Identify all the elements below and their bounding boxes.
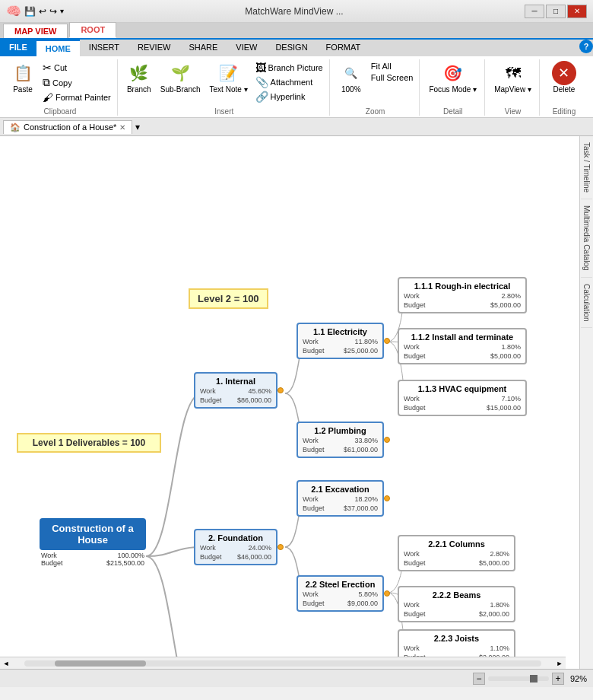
view-content: 🗺 MapView ▾ (491, 59, 534, 106)
zoom-100-button[interactable]: 🔍 100% (336, 59, 366, 95)
node-steel-erection[interactable]: 2.2 Steel Erection Work 5.80% Budget $9,… (296, 575, 384, 612)
tab-design[interactable]: DESIGN (266, 40, 316, 56)
node-hvac[interactable]: 1.1.3 HVAC equipment Work 7.10% Budget $… (398, 380, 527, 416)
minimize-button[interactable]: ─ (525, 5, 544, 18)
columns-work: 2.80% (490, 550, 509, 558)
level2-label: Level 2 = 100 (189, 288, 268, 309)
tab-share[interactable]: SHARE (179, 40, 227, 56)
tab-dropdown-arrow[interactable]: ▾ (135, 122, 140, 132)
clipboard-label: Clipboard (43, 107, 76, 116)
install-terminate-budget: $5,000.00 (490, 352, 521, 360)
branch-picture-button[interactable]: 🖼 Branch Picture (254, 61, 325, 75)
install-terminate-data: Work 1.80% (404, 343, 521, 351)
copy-icon: ⧉ (43, 76, 50, 89)
delete-button[interactable]: ✕ Delete (549, 59, 579, 95)
format-painter-button[interactable]: 🖌 Format Painter (41, 91, 113, 104)
root-box: Construction of a House (40, 518, 146, 550)
help-button[interactable]: ? (579, 40, 593, 53)
quick-undo[interactable]: ↩ (39, 6, 46, 17)
horizontal-scrollbar[interactable]: ◄ ► (0, 657, 566, 669)
editing-label: Editing (553, 107, 576, 116)
canvas: Level 2 = 100 Level 1 Deliverables = 100… (0, 136, 579, 669)
rough-in-title: 1.1.1 Rough-in electrical (404, 282, 521, 291)
zoom-content: 🔍 100% Fit All Full Screen (336, 59, 415, 106)
tab-review[interactable]: REVIEW (128, 40, 179, 56)
sidebar-tab-calculation[interactable]: Calculation (581, 278, 592, 328)
scroll-left-button[interactable]: ◄ (0, 657, 12, 670)
node-excavation[interactable]: 2.1 Excavation Work 18.20% Budget $37,00… (296, 480, 384, 517)
plumbing-box: 1.2 Plumbing Work 33.80% Budget $61,000.… (296, 422, 384, 458)
steel-erection-box: 2.2 Steel Erection Work 5.80% Budget $9,… (296, 575, 384, 612)
copy-button[interactable]: ⧉ Copy (41, 75, 113, 90)
tab-view[interactable]: VIEW (227, 40, 266, 56)
joists-title: 2.2.3 Joists (404, 634, 509, 643)
doc-tab-main[interactable]: 🏠 Construction of a House* ✕ (3, 120, 132, 134)
node-root[interactable]: Construction of a House Work 100.00% Bud… (40, 518, 146, 567)
node-install-terminate[interactable]: 1.1.2 Install and terminate Work 1.80% B… (398, 328, 527, 364)
zoom-slider[interactable] (488, 676, 549, 681)
maximize-button[interactable]: □ (546, 5, 566, 18)
title-bar-left: 🧠 💾 ↩ ↪ ▾ (6, 4, 64, 18)
excavation-work: 18.20% (354, 495, 378, 503)
doc-tab-close[interactable]: ✕ (119, 123, 125, 132)
tab-home[interactable]: HOME (36, 40, 80, 56)
ribbon: FILE HOME INSERT REVIEW SHARE VIEW DESIG… (0, 40, 593, 118)
hyperlink-button[interactable]: 🔗 Hyperlink (254, 90, 325, 103)
fit-all-label: Fit All (371, 62, 392, 71)
attachment-label: Attachment (271, 78, 313, 87)
hyperlink-icon: 🔗 (255, 91, 268, 103)
scroll-h-thumb[interactable] (55, 660, 146, 667)
tab-file[interactable]: FILE (0, 40, 36, 56)
node-foundation[interactable]: 2. Foundation Work 24.00% Budget $46,000… (194, 529, 277, 565)
node-internal[interactable]: 1. Internal Work 45.60% Budget $86,000.0… (194, 372, 277, 409)
text-note-icon: 📝 (217, 61, 241, 85)
node-rough-in[interactable]: 1.1.1 Rough-in electrical Work 2.80% Bud… (398, 277, 527, 313)
full-screen-button[interactable]: Full Screen (369, 72, 415, 83)
tab-insert[interactable]: INSERT (80, 40, 128, 56)
sub-branch-button[interactable]: 🌱 Sub-Branch (157, 59, 204, 95)
joists-data: Work 1.10% (404, 644, 509, 652)
insert-group: 🌿 Branch 🌱 Sub-Branch 📝 Text Note ▾ 🖼 Br… (119, 59, 330, 116)
focus-mode-button[interactable]: 🎯 Focus Mode ▾ (426, 59, 480, 95)
steel-erection-budget: $9,000.00 (347, 600, 378, 607)
node-plumbing[interactable]: 1.2 Plumbing Work 33.80% Budget $61,000.… (296, 422, 384, 458)
sidebar-right: Task / Timeline Multimedia Catalog Calcu… (579, 136, 593, 669)
zoom-group: 🔍 100% Fit All Full Screen Zoom (331, 59, 420, 116)
clipboard-group: 📋 Paste ✂ Cut ⧉ Copy 🖌 Format Painter (3, 59, 118, 116)
attachment-button[interactable]: 📎 Attachment (254, 75, 325, 89)
sidebar-tab-task-timeline[interactable]: Task / Timeline (581, 136, 592, 199)
doc-tab-title: Construction of a House* (24, 123, 116, 132)
tab-map-view[interactable]: MAP VIEW (3, 24, 68, 38)
quick-redo[interactable]: ↪ (49, 6, 57, 17)
electricity-title: 1.1 Electricity (303, 327, 378, 336)
node-columns[interactable]: 2.2.1 Columns Work 2.80% Budget $5,000.0… (398, 535, 515, 571)
node-beams[interactable]: 2.2.2 Beams Work 1.80% Budget $2,000.00 (398, 586, 515, 622)
zoom-plus-button[interactable]: + (552, 673, 564, 685)
sidebar-tab-multimedia[interactable]: Multimedia Catalog (581, 199, 592, 278)
close-button[interactable]: ✕ (567, 5, 587, 18)
text-note-button[interactable]: 📝 Text Note ▾ (207, 59, 251, 95)
electricity-budget-row: Budget $25,000.00 (303, 347, 378, 355)
scroll-h-track[interactable] (24, 660, 541, 667)
tab-root[interactable]: ROOT (69, 22, 116, 38)
scroll-right-button[interactable]: ► (553, 657, 566, 670)
branch-button[interactable]: 🌿 Branch (124, 59, 154, 95)
excavation-budget-row: Budget $37,000.00 (303, 504, 378, 512)
title-bar-dropdown[interactable]: ▾ (60, 7, 64, 15)
zoom-minus-button[interactable]: − (473, 673, 485, 685)
beams-box: 2.2.2 Beams Work 1.80% Budget $2,000.00 (398, 586, 515, 622)
plumbing-data: Work 33.80% (303, 437, 378, 444)
paste-button[interactable]: 📋 Paste (8, 59, 38, 95)
quick-save[interactable]: 💾 (24, 6, 36, 17)
node-electricity[interactable]: 1.1 Electricity Work 11.80% Budget $25,0… (296, 323, 384, 359)
fit-all-button[interactable]: Fit All (369, 61, 415, 72)
insert-label: Insert (214, 107, 233, 116)
tab-format[interactable]: FORMAT (317, 40, 370, 56)
mapview-button[interactable]: 🗺 MapView ▾ (491, 59, 534, 95)
cut-button[interactable]: ✂ Cut (41, 61, 113, 75)
hvac-work: 7.10% (501, 395, 521, 402)
copy-label: Copy (52, 78, 72, 88)
foundation-title: 2. Foundation (200, 533, 271, 542)
cut-label: Cut (54, 63, 67, 72)
app-icon: 🧠 (6, 4, 21, 18)
